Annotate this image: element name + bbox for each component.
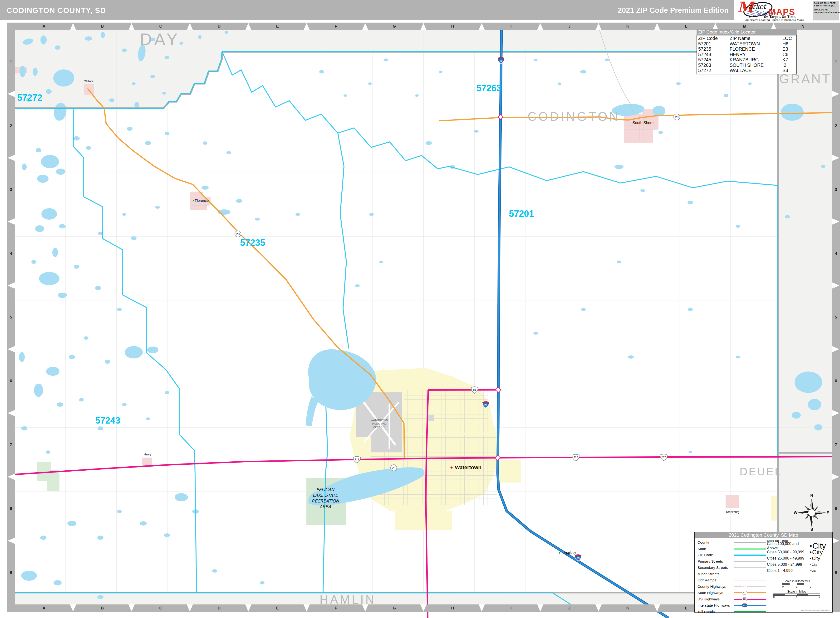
legend-city-sample: City bbox=[810, 563, 817, 566]
legend-item-sample: 123 bbox=[734, 605, 766, 606]
city-sample-text: City bbox=[812, 569, 816, 572]
zip-index-cell: KRANZBURG bbox=[730, 57, 782, 62]
legend-item-label: State bbox=[697, 547, 734, 551]
grid-number: 4 bbox=[7, 221, 15, 285]
legend-item: Exit Ramps bbox=[697, 577, 766, 584]
airport-label-1: WATERTOWN bbox=[371, 419, 388, 422]
sthwy-line-sample bbox=[734, 592, 766, 593]
sd20-shield-label: 20 bbox=[236, 232, 240, 236]
zip-index-cell: 57201 bbox=[698, 41, 730, 47]
grid-letter: G bbox=[365, 22, 423, 30]
watertown-city-dot bbox=[451, 466, 453, 469]
zip-index-table: ZIP CodeZIP NameLOC57201WATERTOWNH657235… bbox=[697, 35, 797, 74]
legend-item-sample bbox=[734, 580, 766, 581]
town-label-wallace: Wallace bbox=[85, 80, 94, 82]
legend-item-label: Exit Ramps bbox=[697, 578, 734, 582]
legend-item-label: County bbox=[697, 540, 734, 545]
legend-item-label: Toll Roads bbox=[697, 610, 734, 614]
legend-city-row: Cities 100,000 and AboveCity bbox=[767, 543, 832, 549]
zip-label-57201: 57201 bbox=[509, 209, 534, 219]
grid-letter: K bbox=[599, 22, 657, 30]
grid-number: 2 bbox=[7, 94, 15, 157]
grid-letter: E bbox=[248, 22, 307, 30]
city-sample-text: City bbox=[812, 563, 817, 566]
legend-item: County bbox=[697, 539, 766, 546]
ushwy-line-sample bbox=[734, 599, 766, 600]
grid-number: 1 bbox=[7, 30, 15, 94]
sd20-shield-2: 20 bbox=[391, 465, 397, 471]
zip-index-row: 57272WALLACEB3 bbox=[697, 68, 797, 73]
grid-letter: E bbox=[248, 605, 307, 612]
legend-cities: Cities 100,000 and AboveCityCities 50,00… bbox=[767, 543, 832, 574]
grid-bar-right: 123456789 bbox=[832, 22, 840, 612]
zip-label-57243: 57243 bbox=[95, 416, 121, 425]
grid-number: 3 bbox=[7, 158, 15, 221]
legend-item-label: County Highways bbox=[697, 584, 734, 589]
scale-kilometers: Scale in Kilometers 012 bbox=[782, 579, 811, 588]
rec-area-label-1: PELICAN bbox=[316, 487, 335, 492]
scale-miles: Scale in Miles 012 bbox=[773, 590, 820, 599]
legend-city-label: Cities 50,000 - 99,999 bbox=[767, 550, 810, 554]
county-label-deuel: DEUEL bbox=[740, 465, 782, 478]
grid-letter: K bbox=[599, 605, 657, 612]
city-sample-text: City bbox=[812, 548, 823, 556]
zip-index-cell: 57263 bbox=[698, 62, 730, 68]
legend-item-sample bbox=[734, 542, 766, 543]
grid-letter: F bbox=[307, 605, 365, 612]
zip-index-row: 57235FLORENCEE3 bbox=[697, 46, 797, 52]
grid-number: 5 bbox=[832, 285, 840, 349]
scale-tick: 2 bbox=[810, 585, 811, 588]
grid-number: 4 bbox=[832, 221, 840, 285]
zip-index-title: ZIP Code Index/Grid Locator bbox=[697, 29, 797, 35]
legend-item-label: Primary Streets bbox=[697, 559, 734, 563]
legend-city-sample: City bbox=[810, 569, 816, 572]
compass-south-label: S bbox=[810, 527, 813, 532]
grid-letter: I bbox=[482, 605, 540, 612]
zip-index-cell: I2 bbox=[782, 62, 796, 68]
legend-city-label: Cities 1 - 4,999 bbox=[767, 569, 810, 573]
grid-number: 5 bbox=[7, 285, 15, 349]
florence-town-dot bbox=[193, 200, 194, 201]
inthwy-line-sample bbox=[734, 605, 766, 606]
scale-mi-label: Scale in Miles bbox=[773, 590, 820, 593]
grid-letter: B bbox=[73, 605, 131, 612]
scale-mi-bar bbox=[773, 594, 820, 596]
legend-item-label: US Highways bbox=[697, 597, 734, 602]
legend-item-sample bbox=[734, 567, 766, 568]
legend-item-sample bbox=[734, 554, 766, 556]
sd20-shield: 20 bbox=[235, 231, 241, 237]
legend-item: US Highways123 bbox=[697, 596, 766, 603]
sd20-shield-3: 20 bbox=[674, 114, 680, 120]
legend-item-label: Secondary Streets bbox=[697, 566, 734, 570]
city-dot-icon bbox=[810, 564, 811, 565]
legend-item-sample: 123 bbox=[734, 599, 766, 600]
legend-item-label: ZIP Code bbox=[697, 553, 734, 557]
grid-letter: C bbox=[131, 605, 190, 612]
legend-item-sample bbox=[734, 548, 766, 550]
town-label-kranzburg: Kranzburg bbox=[726, 510, 739, 514]
grid-letter: A bbox=[15, 605, 73, 612]
town-label-appleby: Appleby bbox=[564, 551, 576, 554]
grid-number: 1 bbox=[832, 30, 840, 94]
inthwy-badge: 123 bbox=[742, 603, 747, 608]
zip-index-row: 57243HENRYC6 bbox=[697, 52, 797, 57]
scale-ticks: 012 bbox=[773, 596, 820, 599]
legend-city-row: Cities 50,000 - 99,999City bbox=[767, 549, 832, 555]
i29-shield-bottom-label: 29 bbox=[576, 557, 579, 560]
legend-item-sample: 123 bbox=[734, 592, 766, 593]
compass-north-label: N bbox=[810, 494, 813, 498]
zip-index-header-cell: ZIP Code bbox=[698, 36, 730, 41]
legend-item-sample bbox=[734, 611, 766, 612]
appleby-town-dot bbox=[559, 552, 560, 554]
secondary-line-sample bbox=[734, 567, 766, 568]
grid-letter: C bbox=[131, 22, 190, 30]
scale-tick: 1 bbox=[796, 585, 797, 588]
grid-bar-left: 123456789 bbox=[7, 22, 15, 612]
grid-number: 6 bbox=[832, 349, 840, 413]
town-label-south-shore: South Shore bbox=[633, 121, 654, 125]
scale-km-label: Scale in Kilometers bbox=[782, 579, 811, 583]
zip-index-row: 57245KRANZBURGK7 bbox=[697, 57, 797, 62]
scale-tick: 0 bbox=[782, 585, 783, 588]
zip-index-cell: B3 bbox=[782, 68, 796, 73]
scale-tick: 2 bbox=[819, 596, 820, 599]
